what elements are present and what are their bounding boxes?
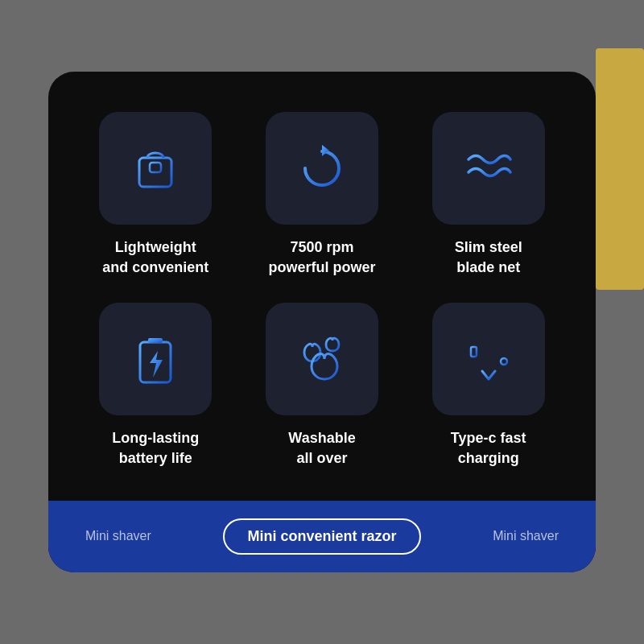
bag-icon: [127, 140, 184, 196]
waves-icon: [460, 140, 517, 196]
battery-icon: [127, 331, 184, 387]
icon-box-water: [266, 303, 378, 415]
feature-lightweight: Lightweight and convenient: [80, 112, 231, 278]
feature-rpm: 7500 rpm powerful power: [247, 112, 398, 278]
product-card: Lightweight and convenient 7500 rpm powe…: [48, 72, 596, 572]
feature-label-washable: Washable all over: [288, 428, 355, 469]
feature-label-lightweight: Lightweight and convenient: [102, 237, 208, 278]
feature-label-blade: Slim steel blade net: [455, 237, 522, 278]
tab-mini-shaver-1[interactable]: Mini shaver: [72, 522, 164, 550]
outer-wrapper: Lightweight and convenient 7500 rpm powe…: [0, 0, 644, 644]
svg-point-10: [501, 358, 507, 365]
icon-box-usb: [432, 303, 545, 415]
feature-charging: Type-c fast charging: [413, 303, 564, 469]
icon-box-refresh: [266, 112, 378, 225]
feature-battery: Long-lasting battery life: [80, 303, 231, 469]
svg-marker-3: [322, 145, 329, 156]
water-icon: [294, 331, 350, 387]
feature-blade: Slim steel blade net: [413, 112, 564, 278]
usb-icon: [460, 331, 517, 387]
features-grid: Lightweight and convenient 7500 rpm powe…: [80, 112, 564, 469]
tab-mini-shaver-2[interactable]: Mini shaver: [480, 522, 572, 550]
svg-rect-5: [148, 338, 163, 343]
tab-mini-convenient-razor[interactable]: Mini convenient razor: [223, 518, 420, 555]
tab-bar: Mini shaver Mini convenient razor Mini s…: [48, 501, 596, 572]
icon-box-waves: [432, 112, 545, 225]
refresh-icon: [294, 140, 350, 196]
feature-washable: Washable all over: [247, 303, 398, 469]
svg-rect-8: [471, 347, 477, 357]
side-panel-right: [596, 48, 644, 290]
icon-box-battery: [99, 303, 212, 415]
feature-label-charging: Type-c fast charging: [451, 428, 526, 469]
feature-label-battery: Long-lasting battery life: [112, 428, 199, 469]
icon-box-bag: [99, 112, 212, 225]
feature-label-rpm: 7500 rpm powerful power: [268, 237, 375, 278]
